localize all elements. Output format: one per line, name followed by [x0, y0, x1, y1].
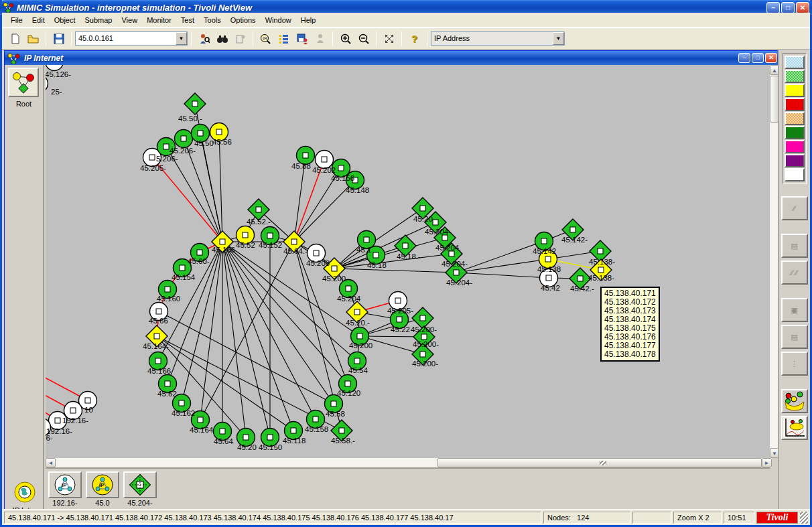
maximize-button[interactable]: □ — [781, 2, 795, 13]
menu-item-test[interactable]: Test — [176, 14, 199, 26]
menu-item-submap[interactable]: Submap — [80, 14, 117, 26]
nodes-count-cell: Nodes: 124 — [543, 512, 630, 524]
fit-window-button[interactable] — [381, 30, 397, 47]
menu-item-options[interactable]: Options — [226, 14, 261, 26]
menu-item-object[interactable]: Object — [50, 14, 80, 26]
root-submap-button[interactable] — [8, 68, 39, 97]
resize-grip[interactable] — [800, 512, 808, 524]
events-graph-button[interactable] — [781, 416, 808, 440]
save-button[interactable] — [50, 30, 67, 47]
submap-minimize-button[interactable]: – — [738, 53, 750, 63]
submap-label: 45.0 — [86, 499, 119, 507]
menu-item-view[interactable]: View — [117, 14, 142, 26]
map-edge — [456, 259, 548, 273]
node-label: 45.58 — [326, 410, 345, 418]
empty-status-cell — [632, 512, 671, 524]
map-edge — [200, 242, 222, 420]
zoom-in-button[interactable] — [337, 30, 354, 47]
menu-item-window[interactable]: Window — [261, 14, 296, 26]
scroll-right-arrow[interactable]: ► — [762, 458, 772, 467]
open-button[interactable] — [25, 30, 42, 47]
palette-swatch-purple[interactable] — [785, 154, 805, 167]
zoom-out-icon — [358, 33, 369, 44]
submap-close-button[interactable]: ✕ — [765, 53, 777, 63]
combo-dropdown-arrow[interactable]: ▼ — [553, 32, 564, 45]
scroll-left-arrow[interactable]: ◄ — [46, 458, 56, 467]
node-inner-square — [338, 165, 344, 171]
svg-text:IP: IP — [99, 482, 105, 488]
submap-button-192[interactable]: IP 192.16- — [48, 471, 82, 507]
palette-swatch-orange[interactable] — [785, 112, 805, 125]
minimize-button[interactable]: – — [766, 2, 780, 13]
node-inner-square — [70, 408, 76, 413]
node-label: 45.60- — [188, 257, 210, 265]
node-label: 45.20 — [237, 443, 257, 451]
palette-swatch-yellow[interactable] — [785, 84, 805, 97]
node-label: 45.156 — [331, 174, 354, 182]
horizontal-scroll-thumb[interactable] — [437, 458, 762, 467]
tool-button-describe[interactable]: ▤ — [781, 325, 808, 349]
map-edge — [222, 242, 270, 437]
find-type-combobox[interactable]: IP Address ▼ — [431, 31, 565, 46]
palette-swatch-magenta[interactable] — [785, 140, 805, 153]
palette-swatch-darkgreen[interactable] — [785, 126, 805, 139]
zoom-out-button[interactable] — [355, 30, 372, 47]
map-node[interactable] — [184, 93, 206, 115]
map-edge — [334, 238, 445, 269]
toolbar-separator — [191, 31, 192, 46]
node-inner-square — [449, 251, 454, 256]
node-label: 45.204- — [442, 260, 468, 268]
combo-dropdown-arrow[interactable]: ▼ — [176, 32, 187, 45]
current-submap-indicator[interactable]: IP Inte- — [5, 481, 44, 512]
person-button-disabled[interactable] — [312, 30, 328, 47]
locate-attributes-button[interactable]: IR — [257, 30, 274, 47]
segment-diamond-icon — [128, 473, 152, 497]
node-inner-square — [454, 270, 459, 275]
node-inner-square — [243, 232, 248, 238]
submap-button-45-0[interactable]: IP 45.0 — [86, 471, 119, 507]
menu-item-edit[interactable]: Edit — [27, 14, 50, 26]
node-label: 45.66 — [149, 317, 168, 325]
submap-button-45-204[interactable]: 45.204- — [123, 471, 157, 507]
node-label: 45.42 — [541, 284, 560, 292]
palette-swatch-lightblue[interactable] — [785, 56, 805, 69]
palette-swatch-red[interactable] — [785, 98, 805, 111]
find-button[interactable] — [214, 30, 230, 47]
node-label: 45.205- — [387, 307, 413, 315]
menu-item-monitor[interactable]: Monitor — [142, 14, 176, 26]
node-label: 45.138- — [588, 274, 614, 282]
node-label: 45.106 — [212, 246, 235, 254]
tool-button-list-objects[interactable]: ▣ — [781, 298, 808, 322]
menu-item-tools[interactable]: Tools — [199, 14, 226, 26]
tool-button-connect[interactable]: ∕∕ ∕∕ — [781, 260, 808, 285]
node-label: 45.56 — [212, 138, 232, 146]
new-submap-button[interactable] — [7, 30, 23, 47]
submap-stack-button[interactable] — [781, 389, 808, 413]
tool-button-label[interactable]: ▤ — [781, 234, 808, 258]
tool-button-draw-line[interactable]: ∕∕ — [781, 196, 808, 220]
palette-swatch-green[interactable] — [785, 70, 805, 83]
node-label: 5.206- — [156, 155, 178, 163]
node-label: 45.152 — [259, 241, 282, 249]
find-route-button[interactable] — [196, 30, 212, 47]
node-label: 45.202 — [312, 166, 336, 174]
save-selection-button[interactable] — [293, 30, 310, 47]
list-button[interactable] — [275, 30, 292, 47]
context-combobox[interactable]: 45.0.0.161 ▼ — [75, 31, 188, 46]
highlight-button[interactable] — [232, 30, 249, 47]
menu-item-file[interactable]: File — [6, 14, 27, 26]
tool-button-outline[interactable]: ⋮ — [781, 352, 808, 376]
palette-panel: ∕∕ ▤ ∕∕ ∕∕ ▣ ▤ ⋮ — [778, 50, 810, 511]
map-canvas[interactable]: 45.126-25-45.50.-45.205-5.206-45.206-45.… — [46, 65, 772, 458]
node-inner-square — [313, 417, 318, 422]
node-label: 45.50 — [194, 139, 214, 147]
scroll-thumb-grip — [600, 461, 606, 465]
node-label: 45.166 — [147, 367, 171, 375]
palette-swatch-white[interactable] — [785, 168, 805, 181]
close-button[interactable]: ✕ — [796, 2, 809, 13]
menu-item-help[interactable]: Help — [296, 14, 321, 26]
submap-maximize-button[interactable]: □ — [752, 53, 764, 63]
help-button[interactable]: ? — [406, 30, 423, 47]
horizontal-scrollbar[interactable]: ◄ ► — [46, 458, 772, 467]
map-node[interactable] — [175, 130, 193, 148]
